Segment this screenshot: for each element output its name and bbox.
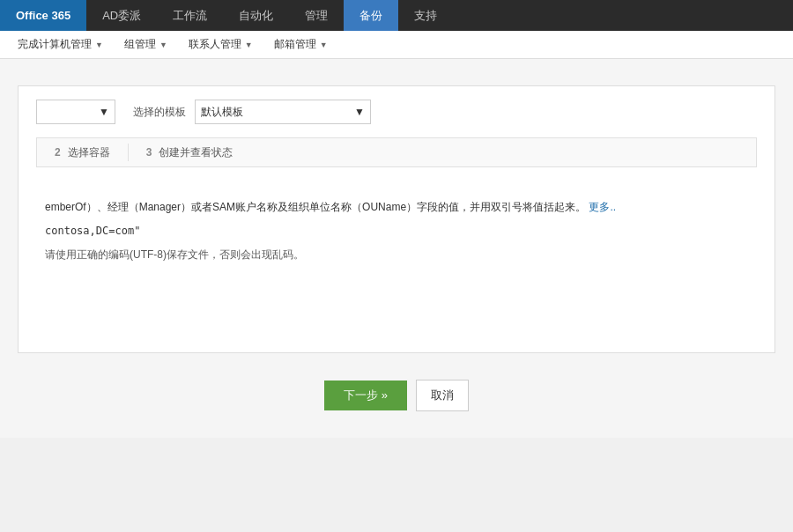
info-text-content: emberOf）、经理（Manager）或者SAM账户名称及组织单位名称（OUN… [45, 201, 586, 213]
wizard-container: ▼ 选择的模板 默认模板 ▼ 2 选择容器 3 创建并查看状态 emberOf）… [18, 85, 775, 353]
template-value: 默认模板 [201, 105, 243, 120]
step-3[interactable]: 3 创建并查看状态 [129, 138, 251, 166]
chevron-down-icon: ▼ [99, 106, 109, 118]
top-navigation: Office 365 AD委派 工作流 自动化 管理 备份 支持 [0, 0, 793, 31]
second-nav-computer-management[interactable]: 完成计算机管理 ▼ [9, 31, 112, 58]
nav-item-management[interactable]: 管理 [289, 0, 344, 31]
second-nav-label-contact: 联系人管理 [189, 37, 241, 52]
second-navigation: 完成计算机管理 ▼ 组管理 ▼ 联系人管理 ▼ 邮箱管理 ▼ [0, 31, 793, 59]
info-main-text: emberOf）、经理（Manager）或者SAM账户名称及组织单位名称（OUN… [45, 198, 748, 218]
footer-buttons: 下一步 » 取消 [0, 362, 793, 438]
second-nav-group-management[interactable]: 组管理 ▼ [115, 31, 176, 58]
chevron-down-icon: ▼ [95, 41, 103, 49]
template-row: ▼ 选择的模板 默认模板 ▼ [36, 100, 757, 124]
info-area: emberOf）、经理（Manager）或者SAM账户名称及组织单位名称（OUN… [36, 181, 757, 339]
chevron-down-icon: ▼ [354, 106, 365, 118]
chevron-down-icon: ▼ [159, 41, 167, 49]
nav-item-ad-delegation[interactable]: AD委派 [86, 0, 157, 31]
nav-item-backup[interactable]: 备份 [344, 0, 398, 31]
steps-row: 2 选择容器 3 创建并查看状态 [36, 137, 757, 167]
template-label: 选择的模板 [133, 105, 186, 120]
nav-item-automation[interactable]: 自动化 [223, 0, 289, 31]
nav-item-workflow[interactable]: 工作流 [157, 0, 223, 31]
step-3-number: 3 [146, 146, 152, 159]
second-nav-contact-management[interactable]: 联系人管理 ▼ [180, 31, 262, 58]
main-content: ▼ 选择的模板 默认模板 ▼ 2 选择容器 3 创建并查看状态 emberOf）… [0, 59, 793, 438]
second-nav-mailbox-management[interactable]: 邮箱管理 ▼ [265, 31, 337, 58]
nav-item-office365[interactable]: Office 365 [0, 0, 86, 31]
step-2[interactable]: 2 选择容器 [37, 138, 128, 166]
step-2-label: 选择容器 [68, 145, 110, 160]
nav-item-support[interactable]: 支持 [398, 0, 453, 31]
template-main-dropdown[interactable]: 默认模板 ▼ [195, 100, 371, 124]
more-link[interactable]: 更多.. [589, 201, 616, 213]
step-2-number: 2 [55, 146, 61, 159]
cancel-button[interactable]: 取消 [416, 380, 469, 411]
step-3-label: 创建并查看状态 [159, 145, 233, 160]
second-nav-label-group: 组管理 [124, 37, 156, 52]
chevron-down-icon: ▼ [320, 41, 328, 49]
chevron-down-icon: ▼ [245, 41, 253, 49]
info-code-line: contosa,DC=com" [45, 225, 748, 237]
info-warning-text: 请使用正确的编码(UTF-8)保存文件，否则会出现乱码。 [45, 248, 748, 262]
second-nav-label-mailbox: 邮箱管理 [274, 37, 316, 52]
next-button[interactable]: 下一步 » [324, 381, 407, 410]
second-nav-label-computer: 完成计算机管理 [18, 37, 92, 52]
small-dropdown[interactable]: ▼ [36, 100, 115, 124]
